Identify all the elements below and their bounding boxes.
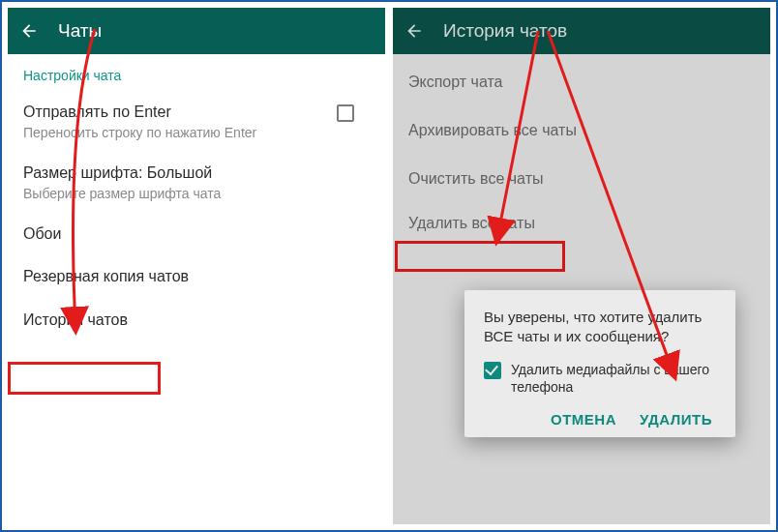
setting-title: Обои — [23, 224, 370, 245]
setting-backup[interactable]: Резервная копия чатов — [8, 255, 385, 299]
section-title: Настройки чата — [8, 54, 385, 91]
checkbox-checked-icon[interactable] — [484, 362, 501, 379]
dialog-checkbox-row[interactable]: Удалить медиафайлы с вашего телефона — [484, 361, 716, 396]
delete-button[interactable]: УДАЛИТЬ — [640, 411, 712, 428]
history-item-archive[interactable]: Архивировать все чаты — [393, 103, 770, 151]
checkbox-icon[interactable] — [337, 104, 354, 122]
chats-settings-screen: Чаты Настройки чата Отправлять по Enter … — [8, 8, 385, 524]
header: Чаты — [8, 8, 385, 54]
cancel-button[interactable]: ОТМЕНА — [551, 411, 616, 428]
history-item-export[interactable]: Экспорт чата — [393, 54, 770, 103]
chat-history-screen: История чатов Экспорт чата Архивировать … — [393, 8, 770, 524]
dialog-actions: ОТМЕНА УДАЛИТЬ — [484, 411, 716, 428]
header: История чатов — [393, 8, 770, 54]
header-title: История чатов — [443, 20, 567, 42]
setting-chat-history[interactable]: История чатов — [8, 299, 385, 340]
setting-font-size[interactable]: Размер шрифта: Большой Выберите размер ш… — [8, 152, 385, 213]
dialog-message: Вы уверены, что хотите удалить ВСЕ чаты … — [484, 308, 716, 347]
setting-title: Резервная копия чатов — [23, 267, 370, 287]
setting-enter-to-send[interactable]: Отправлять по Enter Переносить строку по… — [8, 91, 385, 152]
setting-title: История чатов — [23, 310, 370, 331]
back-arrow-icon[interactable] — [404, 21, 424, 41]
history-list: Экспорт чата Архивировать все чаты Очист… — [393, 54, 770, 524]
settings-list: Настройки чата Отправлять по Enter Перен… — [8, 54, 385, 524]
setting-wallpaper[interactable]: Обои — [8, 213, 385, 256]
setting-title: Отправлять по Enter — [23, 103, 370, 123]
setting-title: Размер шрифта: Большой — [23, 163, 370, 184]
annotation-highlight — [395, 241, 565, 272]
setting-subtitle: Выберите размер шрифта чата — [23, 186, 370, 201]
back-arrow-icon[interactable] — [19, 21, 39, 41]
dialog-checkbox-label: Удалить медиафайлы с вашего телефона — [511, 361, 716, 396]
header-title: Чаты — [58, 20, 102, 42]
history-item-clear[interactable]: Очистить все чаты — [393, 151, 770, 199]
annotation-highlight — [8, 362, 161, 395]
history-item-delete[interactable]: Удалить все чаты — [393, 199, 770, 244]
setting-subtitle: Переносить строку по нажатию Enter — [23, 125, 370, 140]
confirm-dialog: Вы уверены, что хотите удалить ВСЕ чаты … — [464, 290, 735, 437]
